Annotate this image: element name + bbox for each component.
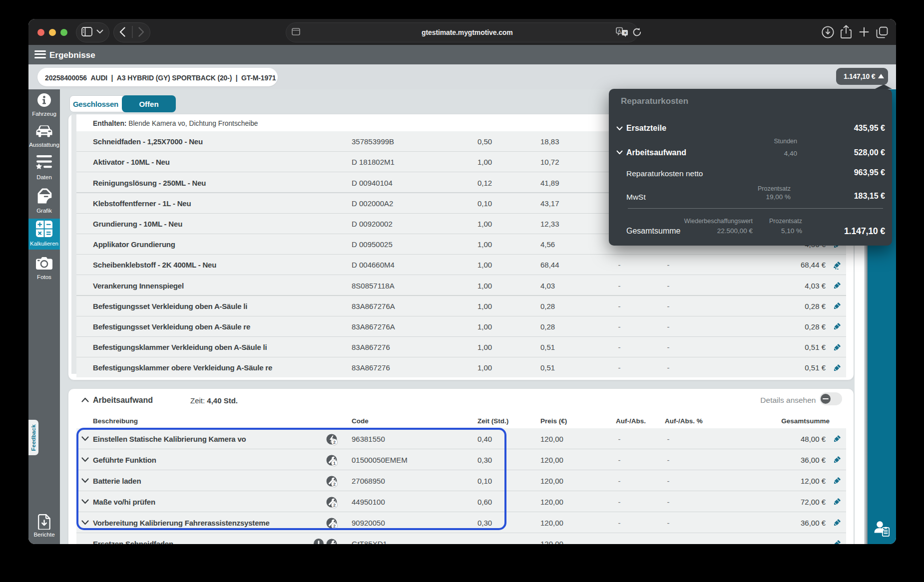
- svg-text:A: A: [618, 28, 621, 33]
- svg-text:×: ×: [624, 30, 626, 35]
